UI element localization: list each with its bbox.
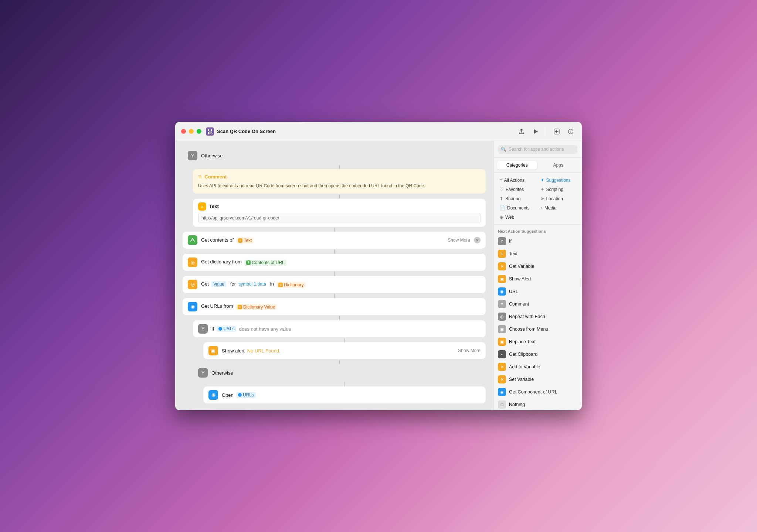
show-more-btn[interactable]: Show More (448, 238, 470, 243)
close-button[interactable] (181, 129, 186, 134)
sidebar-item-location[interactable]: ➤ Location (538, 194, 578, 203)
get-dictionary-card[interactable]: ◎ Get dictionary from ⬆ Contents of URL (183, 254, 486, 271)
connector (183, 228, 486, 232)
get-urls-tag: Dictionary Value (243, 304, 275, 310)
run-button[interactable] (530, 126, 541, 137)
suggestions-icon: ✦ (540, 177, 544, 183)
sidebar-item-scripting[interactable]: ✦ Scripting (538, 185, 578, 194)
connector (183, 272, 486, 276)
search-input[interactable] (509, 147, 574, 152)
suggestions-label: Suggestions (546, 178, 571, 183)
comment-text: Uses API to extract and read QR Code fro… (198, 183, 481, 189)
show-more-alert-btn[interactable]: Show More (458, 348, 481, 353)
get-urls-card[interactable]: ◉ Get URLs from ◎ Dictionary Value (183, 298, 486, 315)
action-url-icon: ◉ (498, 287, 506, 296)
action-repeat-each-label: Repeat with Each (509, 314, 545, 319)
search-icon: 🔍 (501, 147, 506, 152)
get-contents-card[interactable]: Get contents of ≡ Text Show More ✕ (183, 232, 486, 249)
fullscreen-button[interactable] (197, 129, 201, 134)
web-icon: ◉ (499, 214, 503, 220)
sidebar-item-media[interactable]: ♪ Media (538, 204, 578, 212)
otherwise-top-label: Otherwise (201, 153, 481, 158)
action-if-label: If (509, 239, 512, 244)
otherwise-bottom-label: Otherwise (211, 370, 481, 376)
connector (203, 338, 486, 342)
all-actions-icon: ≡ (499, 177, 502, 183)
action-get-clipboard-label: Get Clipboard (509, 352, 537, 357)
sidebar-item-sharing[interactable]: ⬆ Sharing (497, 194, 537, 203)
comment-icon: ≡ (198, 174, 201, 180)
svg-rect-6 (211, 132, 211, 133)
action-item-text[interactable]: ≡ Text (493, 248, 582, 260)
otherwise-top-card[interactable]: Y Otherwise (183, 147, 486, 164)
action-item-replace-text[interactable]: ▣ Replace Text (493, 335, 582, 348)
info-button[interactable]: i (566, 126, 576, 137)
action-comment-label: Comment (509, 301, 529, 307)
text-card[interactable]: ≡ Text http://api.qrserver.com/v1/read-q… (193, 199, 486, 227)
media-icon: ♪ (540, 205, 543, 211)
action-repeat-each-icon: ◎ (498, 313, 506, 321)
action-item-comment[interactable]: ≡ Comment (493, 298, 582, 310)
contents-tag-icon: ⬆ (246, 260, 251, 265)
action-replace-text-label: Replace Text (509, 339, 536, 344)
dict-tag-icon: ◎ (278, 283, 283, 287)
close-btn[interactable]: ✕ (474, 237, 481, 243)
svg-rect-4 (211, 131, 211, 132)
tab-categories[interactable]: Categories (497, 161, 537, 170)
export-button[interactable] (516, 126, 527, 137)
comment-card[interactable]: ≡ Comment Uses API to extract and read Q… (193, 169, 486, 194)
open-card[interactable]: ◉ Open URLs (203, 386, 486, 403)
add-action-button[interactable] (551, 126, 562, 137)
otherwise-bottom-card[interactable]: Y Otherwise (193, 364, 486, 381)
action-item-add-variable[interactable]: ✕ Add to Variable (493, 361, 582, 373)
show-alert-card[interactable]: ▣ Show alert No URL Found. Show More (203, 342, 486, 359)
sidebar-search: 🔍 (493, 141, 582, 158)
tab-apps[interactable]: Apps (539, 161, 578, 170)
get-value-icon: ◎ (188, 280, 197, 289)
if-condition: does not have any value (239, 326, 291, 332)
comment-title: Comment (204, 174, 227, 180)
get-urls-icon: ◉ (188, 302, 197, 311)
if-urls-tag: URLs (223, 326, 234, 331)
minimize-button[interactable] (189, 129, 194, 134)
text-icon: ≡ (198, 202, 206, 211)
action-nothing-label: Nothing (509, 402, 525, 407)
sharing-label: Sharing (505, 196, 520, 201)
sidebar-item-all-actions[interactable]: ≡ All Actions (497, 176, 537, 184)
favorites-icon: ♡ (499, 187, 504, 192)
search-wrap[interactable]: 🔍 (498, 145, 577, 154)
action-item-url[interactable]: ◉ URL (493, 285, 582, 298)
window-title: Scan QR Code On Screen (217, 129, 516, 134)
action-show-alert-icon: ▣ (498, 275, 506, 283)
web-label: Web (505, 215, 514, 220)
action-item-repeat-each[interactable]: ◎ Repeat with Each (493, 310, 582, 323)
action-item-show-alert[interactable]: ▣ Show Alert (493, 273, 582, 285)
get-contents-tag: Text (244, 238, 252, 243)
show-alert-icon: ▣ (208, 346, 218, 355)
connector (183, 294, 486, 298)
action-add-var-icon: ✕ (498, 363, 506, 371)
sidebar-actions-section: Next Action Suggestions Y If ≡ Text ✕ Ge… (493, 225, 582, 410)
if-card[interactable]: Y If URLs does not have any value (193, 320, 486, 337)
sidebar-item-favorites[interactable]: ♡ Favorites (497, 185, 537, 194)
categories-grid: ≡ All Actions ✦ Suggestions ♡ Favorites … (497, 176, 578, 221)
action-item-nothing[interactable]: □ Nothing (493, 398, 582, 410)
action-item-get-clipboard[interactable]: ▪ Get Clipboard (493, 348, 582, 361)
sidebar: 🔍 Categories Apps ≡ All Actions ✦ (493, 141, 582, 410)
get-dict-icon: ◎ (188, 258, 197, 267)
text-title: Text (209, 204, 219, 209)
action-item-if[interactable]: Y If (493, 235, 582, 248)
sidebar-item-documents[interactable]: 📄 Documents (497, 204, 537, 212)
sidebar-item-web[interactable]: ◉ Web (497, 213, 537, 221)
action-url-label: URL (509, 289, 518, 294)
section-label: Next Action Suggestions (493, 228, 582, 235)
action-item-choose-menu[interactable]: ▣ Choose from Menu (493, 323, 582, 335)
connector (203, 382, 486, 386)
get-value-card[interactable]: ◎ Get Value for symbol.1.data in ◎ Dicti… (183, 276, 486, 293)
sidebar-item-suggestions[interactable]: ✦ Suggestions (538, 176, 578, 184)
get-dict-tag: Contents of URL (252, 260, 285, 265)
traffic-lights (181, 129, 201, 134)
action-item-get-variable[interactable]: ✕ Get Variable (493, 260, 582, 273)
action-item-set-variable[interactable]: ✕ Set Variable (493, 373, 582, 386)
action-item-get-component-url[interactable]: ◉ Get Component of URL (493, 386, 582, 398)
